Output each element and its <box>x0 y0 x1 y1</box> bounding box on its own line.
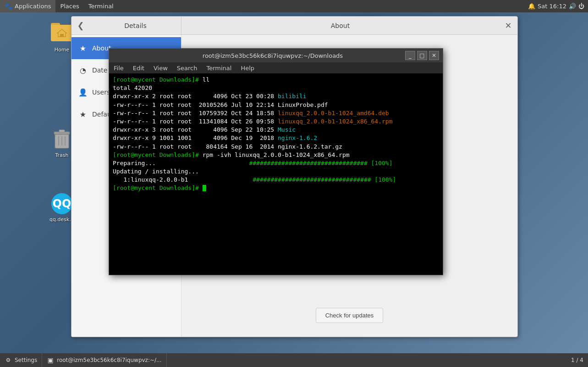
terminal-minimize-button[interactable]: _ <box>405 51 415 60</box>
datetime: Sat 16:12 <box>538 3 566 10</box>
defaults-icon: ★ <box>78 110 88 119</box>
home-folder-icon <box>51 23 73 45</box>
terminal-menu[interactable]: Terminal <box>84 0 118 12</box>
svg-rect-4 <box>59 130 65 132</box>
terminal-menu-search[interactable]: Search <box>172 62 202 73</box>
terminal-label: Terminal <box>88 3 114 10</box>
power-icon[interactable]: ⏻ <box>578 3 584 10</box>
home-svg <box>56 28 67 38</box>
applications-menu[interactable]: 🐾 Applications <box>0 0 55 12</box>
svg-rect-1 <box>60 34 64 37</box>
taskbar-right: 1 / 4 <box>571 357 588 363</box>
terminal-controls: _ □ ✕ <box>405 51 439 60</box>
settings-taskbar-label: Settings <box>15 357 37 363</box>
app-title-bar: ❮ Details About ✕ <box>71 17 517 35</box>
qq-label: qq.desk... <box>49 217 74 222</box>
taskbar-item-settings[interactable]: ⚙ Settings <box>0 353 42 367</box>
terminal-menu-bar: File Edit View Search Terminal Help <box>109 62 443 73</box>
terminal-content[interactable]: [root@mycent Downloads]# ll total 42020 … <box>109 73 443 275</box>
taskbar: ⚙ Settings ▣ root@izm5e3bc56k6c8i7iquwpv… <box>0 353 588 367</box>
trash-label: Trash <box>55 152 68 158</box>
terminal-title-bar: root@izm5e3bc56k6c8i7iquwpvz:~/Downloads… <box>109 49 443 62</box>
terminal-maximize-button[interactable]: □ <box>417 51 427 60</box>
volume-icon[interactable]: 🔊 <box>569 3 576 10</box>
app-title-details: Details <box>90 17 181 35</box>
terminal-close-button[interactable]: ✕ <box>429 51 439 60</box>
places-label: Places <box>60 3 79 10</box>
terminal-menu-help[interactable]: Help <box>236 62 259 73</box>
terminal-window: root@izm5e3bc56k6c8i7iquwpvz:~/Downloads… <box>109 48 443 275</box>
desktop: 🐾 Applications Places Terminal 🔔 Sat 16:… <box>0 0 588 367</box>
close-icon: ✕ <box>505 21 511 30</box>
back-button[interactable]: ❮ <box>71 17 90 35</box>
terminal-menu-edit[interactable]: Edit <box>128 62 149 73</box>
notification-icon[interactable]: 🔔 <box>528 3 535 10</box>
terminal-menu-file[interactable]: File <box>109 62 128 73</box>
page-indicator: 1 / 4 <box>571 357 583 363</box>
trash-svg <box>53 129 71 150</box>
app-close-button[interactable]: ✕ <box>499 17 517 35</box>
check-updates-button[interactable]: Check for updates <box>316 308 384 323</box>
about-icon: ★ <box>78 44 88 53</box>
applications-label: Applications <box>15 3 51 10</box>
sidebar-users-label: Users <box>92 89 110 96</box>
users-icon: 👤 <box>78 88 88 97</box>
settings-taskbar-icon: ⚙ <box>5 356 12 364</box>
qq-icon: QQ <box>51 193 73 215</box>
back-icon: ❮ <box>77 21 84 30</box>
top-bar-left: 🐾 Applications Places Terminal <box>0 0 118 12</box>
terminal-menu-view[interactable]: View <box>149 62 172 73</box>
places-menu[interactable]: Places <box>55 0 83 12</box>
terminal-taskbar-label: root@izm5e3bc56k6c8i7iquwpvz:~/... <box>57 357 161 363</box>
top-bar: 🐾 Applications Places Terminal 🔔 Sat 16:… <box>0 0 588 12</box>
terminal-menu-terminal[interactable]: Terminal <box>202 62 236 73</box>
distro-icon: 🐾 <box>5 3 12 10</box>
home-label: Home <box>55 47 69 53</box>
terminal-title: root@izm5e3bc56k6c8i7iquwpvz:~/Downloads <box>140 52 405 59</box>
trash-icon <box>51 128 73 150</box>
date-icon: ◔ <box>78 66 88 75</box>
terminal-taskbar-icon: ▣ <box>47 356 54 364</box>
top-bar-right: 🔔 Sat 16:12 🔊 ⏻ <box>528 3 588 10</box>
app-title-about: About <box>181 17 499 35</box>
taskbar-item-terminal[interactable]: ▣ root@izm5e3bc56k6c8i7iquwpvz:~/... <box>42 353 166 367</box>
